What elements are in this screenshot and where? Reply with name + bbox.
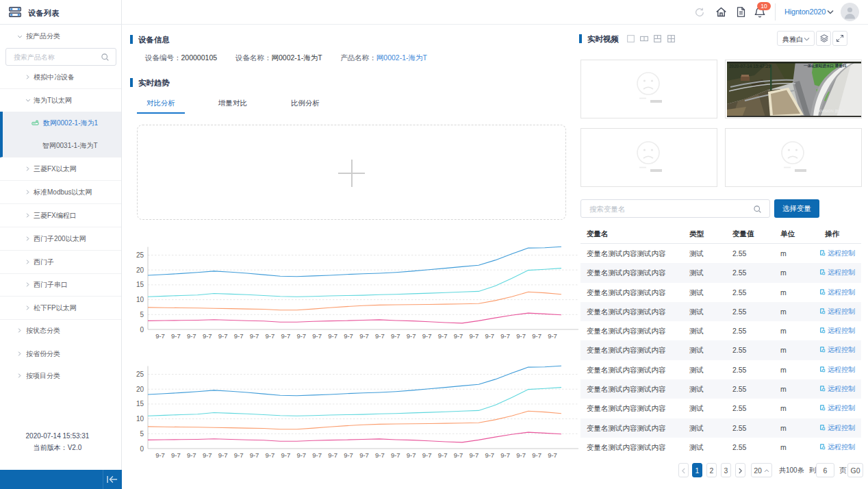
svg-text:9-7: 9-7: [485, 332, 494, 340]
svg-text:9-7: 9-7: [548, 332, 557, 340]
svg-text:9-7: 9-7: [328, 332, 337, 340]
svg-text:9-7: 9-7: [470, 332, 479, 340]
svg-text:25: 25: [136, 251, 144, 259]
svg-text:9-7: 9-7: [234, 332, 244, 340]
svg-text:20: 20: [136, 266, 144, 274]
svg-text:9-7: 9-7: [218, 332, 228, 340]
svg-text:9-7: 9-7: [234, 451, 244, 459]
svg-text:15: 15: [136, 400, 144, 408]
svg-text:9-7: 9-7: [328, 451, 337, 459]
svg-text:9-7: 9-7: [422, 332, 432, 340]
svg-text:9-7: 9-7: [375, 332, 385, 340]
svg-text:9-7: 9-7: [438, 332, 448, 340]
svg-text:9-7: 9-7: [250, 451, 259, 459]
svg-text:9-7: 9-7: [359, 332, 369, 340]
svg-text:HIKVISION 摄像头: HIKVISION 摄像头: [815, 109, 846, 113]
svg-text:9-7: 9-7: [516, 332, 526, 340]
svg-text:9-7: 9-7: [391, 332, 400, 340]
svg-text:9-7: 9-7: [250, 332, 259, 340]
svg-text:9-7: 9-7: [296, 332, 306, 340]
svg-text:9-7: 9-7: [296, 451, 306, 459]
svg-text:9-7: 9-7: [485, 451, 494, 459]
svg-text:15: 15: [136, 281, 144, 288]
svg-text:9-7: 9-7: [438, 451, 448, 459]
svg-text:9-7: 9-7: [500, 451, 510, 459]
svg-text:9-7: 9-7: [391, 451, 400, 459]
svg-text:9-7: 9-7: [155, 451, 165, 459]
svg-text:9-7: 9-7: [218, 451, 228, 459]
svg-text:9-7: 9-7: [312, 451, 322, 459]
svg-text:一体化泵站进水口 通道01: 一体化泵站进水口 通道01: [804, 63, 847, 68]
svg-text:9-7: 9-7: [470, 451, 479, 459]
svg-text:9-7: 9-7: [344, 451, 353, 459]
svg-text:9-7: 9-7: [548, 451, 557, 459]
svg-text:9-7: 9-7: [422, 451, 432, 459]
svg-text:0: 0: [140, 445, 144, 453]
svg-text:9-7: 9-7: [266, 451, 275, 459]
svg-text:9-7: 9-7: [359, 451, 369, 459]
svg-text:20: 20: [136, 386, 144, 393]
svg-text:9-7: 9-7: [187, 332, 196, 340]
svg-text:9-7: 9-7: [375, 451, 385, 459]
svg-text:9-7: 9-7: [516, 451, 526, 459]
svg-text:10: 10: [136, 415, 144, 423]
svg-text:9-7: 9-7: [266, 332, 275, 340]
svg-text:9-7: 9-7: [454, 332, 463, 340]
svg-text:9-7: 9-7: [407, 332, 416, 340]
svg-text:9-7: 9-7: [281, 332, 291, 340]
svg-text:9-7: 9-7: [344, 332, 353, 340]
svg-text:10: 10: [136, 296, 144, 303]
svg-text:9-7: 9-7: [171, 332, 181, 340]
svg-text:9-7: 9-7: [312, 332, 322, 340]
svg-text:9-7: 9-7: [454, 451, 463, 459]
svg-text:9-7: 9-7: [203, 332, 212, 340]
svg-text:9-7: 9-7: [532, 451, 541, 459]
svg-text:9-7: 9-7: [187, 451, 196, 459]
svg-text:9-7: 9-7: [532, 332, 541, 340]
svg-text:0: 0: [140, 326, 144, 334]
svg-text:9-7: 9-7: [407, 451, 416, 459]
svg-text:5: 5: [140, 311, 144, 318]
svg-text:25: 25: [136, 371, 144, 378]
svg-text:9-7: 9-7: [281, 451, 291, 459]
svg-text:5: 5: [140, 430, 144, 438]
svg-text:9-7: 9-7: [500, 332, 510, 340]
svg-text:9-7: 9-7: [203, 451, 212, 459]
svg-text:9-7: 9-7: [155, 332, 165, 340]
svg-text:2020-07-14 15:47:29: 2020-07-14 15:47:29: [729, 64, 771, 68]
svg-text:9-7: 9-7: [171, 451, 181, 459]
